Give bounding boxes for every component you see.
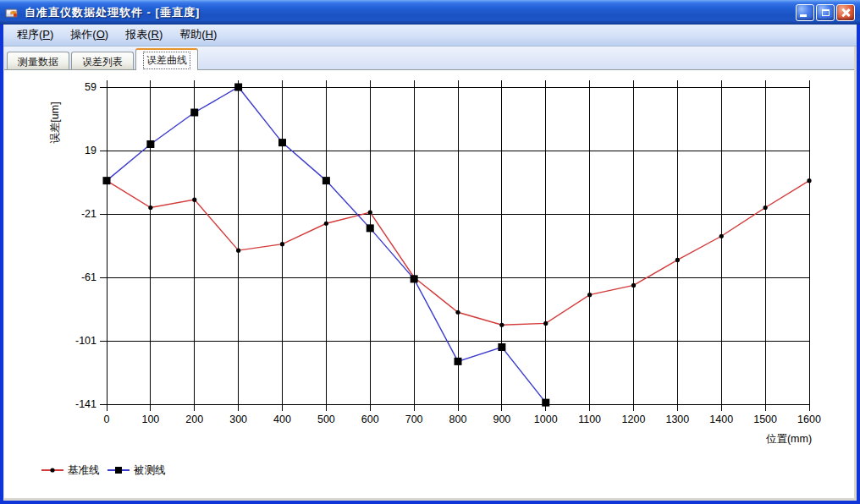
data-point-dot (675, 258, 680, 262)
x-tick-label: 700 (405, 414, 423, 425)
data-point-square (498, 343, 505, 351)
menu-program[interactable]: 程序(P) (8, 25, 62, 46)
y-axis-title: 误差[um] (49, 101, 61, 143)
x-tick-label: 1000 (534, 414, 558, 425)
error-curve-panel: 5919-21-61-101-1410100200300400500600700… (4, 70, 854, 498)
x-tick-label: 1600 (797, 414, 821, 425)
data-point-square (103, 177, 111, 184)
data-point-dot (324, 222, 328, 226)
close-icon (841, 8, 851, 18)
menu-help[interactable]: 帮助(H) (171, 25, 225, 46)
maximize-icon (822, 9, 830, 16)
data-point-square (190, 109, 198, 117)
x-tick-label: 900 (493, 414, 510, 425)
data-point-dot (368, 211, 372, 215)
x-tick-label: 600 (361, 414, 379, 425)
y-tick-label: -21 (81, 208, 96, 220)
data-point-square (278, 139, 286, 146)
data-point-dot (455, 310, 460, 315)
x-axis-title: 位置(mm) (766, 433, 812, 445)
data-point-square (322, 177, 330, 184)
legend-marker-dot (50, 468, 54, 472)
window-title: 自准直仪数据处理软件 - [垂直度] (25, 5, 796, 20)
data-point-dot (499, 323, 504, 327)
x-tick-label: 300 (229, 414, 247, 425)
data-point-square (455, 358, 462, 365)
maximize-button[interactable] (816, 4, 835, 21)
app-icon (5, 6, 19, 19)
data-point-square (234, 84, 242, 91)
data-point-dot (148, 205, 152, 210)
close-button[interactable] (836, 4, 855, 21)
y-tick-label: -61 (81, 271, 96, 283)
x-tick-label: 0 (104, 414, 110, 425)
data-point-square (542, 399, 549, 407)
data-point-dot (719, 234, 724, 238)
menu-operate[interactable]: 操作(O) (62, 25, 117, 46)
data-point-dot (587, 293, 592, 297)
data-point-dot (236, 249, 240, 253)
client-area: 测量数据 误差列表 误差曲线 5919-21-61-101-1410100200… (3, 47, 857, 501)
legend-label: 基准线 (68, 464, 100, 476)
x-tick-label: 1200 (622, 414, 646, 425)
x-tick-label: 100 (141, 414, 159, 425)
legend-label: 被测线 (133, 464, 166, 476)
x-tick-label: 1100 (578, 414, 601, 425)
data-point-square (146, 140, 154, 148)
x-tick-label: 200 (185, 414, 203, 425)
legend-marker-square (115, 467, 122, 474)
data-point-square (367, 224, 374, 232)
error-curve-chart: 5919-21-61-101-1410100200300400500600700… (4, 70, 857, 497)
x-tick-label: 1500 (753, 414, 777, 425)
x-tick-label: 500 (317, 414, 335, 425)
title-bar: 自准直仪数据处理软件 - [垂直度] (0, 0, 860, 25)
menu-report[interactable]: 报表(R) (117, 25, 171, 46)
data-point-dot (192, 198, 196, 202)
y-tick-label: 19 (85, 145, 96, 156)
data-point-square (411, 275, 418, 282)
data-point-dot (280, 242, 284, 246)
x-tick-label: 400 (273, 414, 291, 425)
data-point-dot (631, 283, 636, 288)
tab-measure-data[interactable]: 测量数据 (7, 52, 69, 69)
tab-strip: 测量数据 误差列表 误差曲线 (4, 47, 854, 70)
x-tick-label: 1300 (665, 414, 689, 425)
data-point-dot (807, 178, 811, 183)
x-tick-label: 1400 (709, 414, 733, 425)
y-tick-label: -101 (75, 335, 96, 347)
data-point-dot (543, 321, 548, 326)
tab-error-list[interactable]: 误差列表 (71, 52, 134, 69)
x-tick-label: 800 (449, 414, 467, 425)
menu-bar: 程序(P) 操作(O) 报表(R) 帮助(H) (3, 25, 857, 47)
tab-error-curve[interactable]: 误差曲线 (135, 48, 198, 70)
minimize-button[interactable] (796, 4, 814, 21)
app-window: 自准直仪数据处理软件 - [垂直度] 程序(P) 操作(O) 报表(R) 帮助(… (0, 0, 860, 504)
minimize-icon (800, 14, 807, 17)
data-point-dot (764, 205, 768, 210)
y-tick-label: 59 (85, 81, 96, 93)
y-tick-label: -141 (75, 398, 96, 410)
